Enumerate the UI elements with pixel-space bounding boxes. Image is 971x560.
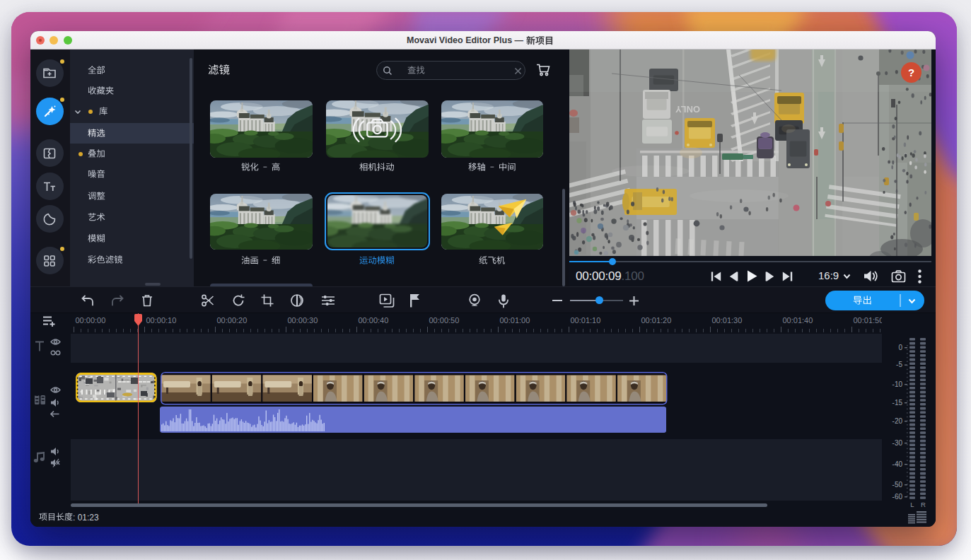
svg-text:L: L xyxy=(910,501,914,508)
svg-text:-60: -60 xyxy=(892,493,903,501)
svg-text:-10: -10 xyxy=(892,380,903,388)
svg-text:0: 0 xyxy=(898,344,902,351)
svg-text:00:00:50: 00:00:50 xyxy=(429,316,460,325)
svg-text:00:00:20: 00:00:20 xyxy=(217,316,248,325)
svg-text:-40: -40 xyxy=(892,460,903,468)
svg-text:00:00:10: 00:00:10 xyxy=(146,316,177,325)
svg-text:00:01:00: 00:01:00 xyxy=(500,316,530,325)
svg-text:-15: -15 xyxy=(892,399,903,407)
svg-text:00:00:30: 00:00:30 xyxy=(288,316,318,325)
svg-text:-30: -30 xyxy=(892,439,903,447)
svg-text:00:01:30: 00:01:30 xyxy=(712,316,743,325)
svg-text:R: R xyxy=(921,501,926,508)
svg-text:-5: -5 xyxy=(896,361,902,368)
svg-text:00:01:20: 00:01:20 xyxy=(641,316,672,325)
svg-text:00:00:40: 00:00:40 xyxy=(359,316,389,325)
svg-text:-50: -50 xyxy=(892,481,903,489)
svg-text:00:01:40: 00:01:40 xyxy=(783,316,813,325)
svg-text:00:01:10: 00:01:10 xyxy=(571,316,601,325)
svg-text:-20: -20 xyxy=(892,417,903,425)
svg-text:00:00:00: 00:00:00 xyxy=(76,316,106,325)
